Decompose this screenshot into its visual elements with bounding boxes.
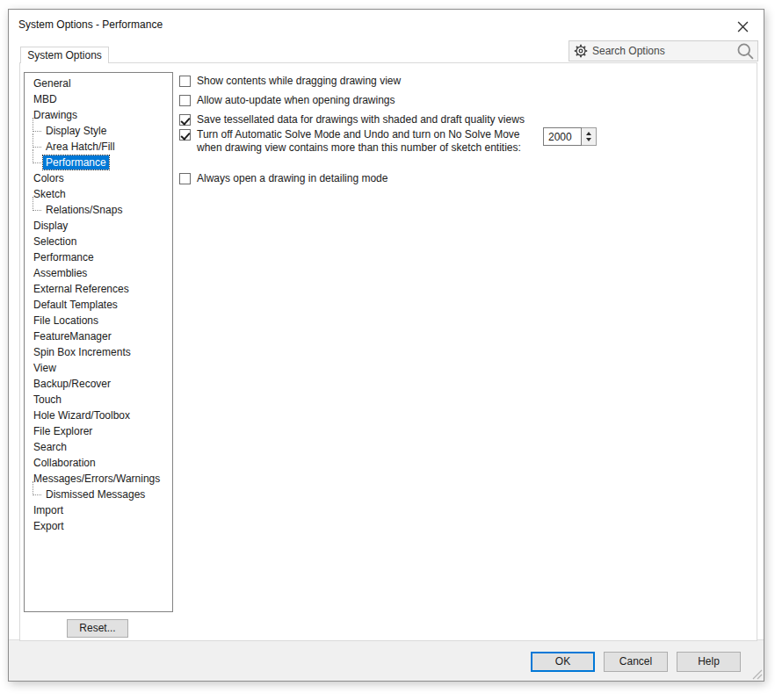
option-row: Always open a drawing in detailing mode: [179, 172, 671, 185]
tab-system-options[interactable]: System Options: [20, 47, 109, 63]
tree-item-label: Colors: [31, 171, 67, 185]
tree-branch-line: [33, 118, 41, 132]
option-label-line2: when drawing view contains more than thi…: [197, 141, 521, 155]
tree-branch-line: [33, 197, 41, 211]
tree-item-dismissed-messages[interactable]: Dismissed Messages: [25, 487, 172, 502]
tree-item-file-explorer[interactable]: File Explorer: [25, 423, 172, 439]
tree-item-file-locations[interactable]: File Locations: [25, 313, 172, 328]
tree-item-label: View: [31, 361, 59, 375]
tree-item-label: FeatureManager: [31, 329, 114, 343]
tree-item-label: Export: [31, 519, 67, 533]
spin-down-icon[interactable]: [582, 137, 596, 146]
gear-icon: [574, 44, 588, 58]
tree-branch-line: [33, 481, 41, 495]
tree-item-general[interactable]: General: [25, 76, 172, 91]
reset-button[interactable]: Reset...: [67, 619, 128, 638]
tree-item-display-style[interactable]: Display Style: [25, 123, 172, 139]
tree-item-label: Area Hatch/Fill: [43, 140, 118, 154]
tree-item-label: General: [31, 76, 74, 90]
checkbox-checked[interactable]: [179, 129, 191, 141]
tree-item-performance[interactable]: Performance: [25, 155, 172, 170]
option-label[interactable]: Show contents while dragging drawing vie…: [197, 75, 401, 88]
tree-item-label: Messages/Errors/Warnings: [31, 472, 163, 486]
checkbox-checked[interactable]: [179, 114, 191, 126]
tree-item-label: External References: [31, 282, 132, 296]
tree-item-backup-recover[interactable]: Backup/Recover: [25, 376, 172, 392]
checkbox-unchecked[interactable]: [179, 173, 191, 184]
tree-item-search[interactable]: Search: [25, 439, 172, 455]
options-tree: GeneralMBDDrawingsDisplay StyleArea Hatc…: [24, 72, 173, 612]
dialog-title: System Options - Performance: [18, 18, 163, 31]
option-label[interactable]: Allow auto-update when opening drawings: [197, 94, 395, 107]
tree-branch-line: [33, 134, 41, 148]
tree-item-label: Default Templates: [31, 298, 120, 312]
tree-item-hole-wizard-toolbox[interactable]: Hole Wizard/Toolbox: [25, 408, 172, 423]
tree-item-import[interactable]: Import: [25, 502, 172, 518]
option-row: Allow auto-update when opening drawings: [179, 94, 671, 107]
tree-item-external-references[interactable]: External References: [25, 281, 172, 297]
close-button[interactable]: [730, 15, 755, 38]
tree-item-touch[interactable]: Touch: [25, 392, 172, 408]
tree-item-label: Collaboration: [31, 456, 98, 470]
tree-item-drawings[interactable]: Drawings: [25, 107, 172, 123]
close-icon: [737, 21, 749, 32]
tree-item-label: Performance: [31, 250, 97, 264]
checkbox-unchecked[interactable]: [179, 76, 191, 87]
tree-item-label: File Explorer: [31, 424, 95, 438]
tree-item-spin-box-increments[interactable]: Spin Box Increments: [25, 344, 172, 360]
search-options-input[interactable]: Search Options: [569, 40, 758, 61]
option-label[interactable]: Always open a drawing in detailing mode: [197, 172, 388, 185]
tree-item-mbd[interactable]: MBD: [25, 91, 172, 107]
option-label[interactable]: Turn off Automatic Solve Mode and Undo a…: [197, 128, 521, 155]
search-icon[interactable]: [736, 42, 755, 61]
tree-item-colors[interactable]: Colors: [25, 170, 172, 186]
tree-item-label: Dismissed Messages: [43, 487, 148, 502]
tree-item-label-selected: Performance: [43, 155, 109, 170]
tree-item-export[interactable]: Export: [25, 518, 172, 534]
tree-item-label: Import: [31, 503, 66, 517]
help-button[interactable]: Help: [677, 652, 741, 672]
option-label[interactable]: Save tessellated data for drawings with …: [197, 113, 525, 126]
tree-item-performance[interactable]: Performance: [25, 249, 172, 265]
ok-button[interactable]: OK: [531, 652, 595, 672]
tree-item-relations-snaps[interactable]: Relations/Snaps: [25, 202, 172, 218]
tree-item-label: Display: [31, 219, 70, 233]
sketch-entities-input[interactable]: 2000: [543, 127, 582, 146]
spinner-buttons: [582, 127, 597, 146]
spin-up-icon[interactable]: [582, 128, 596, 137]
tree-item-label: Backup/Recover: [31, 377, 113, 391]
performance-options: Show contents while dragging drawing vie…: [179, 75, 671, 338]
tree-item-sketch[interactable]: Sketch: [25, 186, 172, 202]
tree-item-label: Assemblies: [31, 266, 90, 280]
cancel-button[interactable]: Cancel: [604, 652, 668, 672]
tree-item-selection[interactable]: Selection: [25, 234, 172, 249]
option-row: Turn off Automatic Solve Mode and Undo a…: [179, 128, 671, 155]
tree-item-messages-errors-warnings[interactable]: Messages/Errors/Warnings: [25, 471, 172, 487]
tree-item-label: Hole Wizard/Toolbox: [31, 408, 133, 422]
tree-branch-line: [33, 149, 41, 163]
tree-item-label: Selection: [31, 235, 79, 249]
option-row: Show contents while dragging drawing vie…: [179, 75, 671, 88]
tree-item-label: MBD: [31, 92, 60, 106]
resize-grip[interactable]: [750, 667, 763, 680]
tree-item-label: Search: [31, 440, 69, 454]
search-placeholder: Search Options: [592, 45, 732, 57]
tree-item-label: Spin Box Increments: [31, 345, 134, 359]
checkbox-unchecked[interactable]: [179, 95, 191, 106]
tree-item-area-hatch-fill[interactable]: Area Hatch/Fill: [25, 139, 172, 155]
system-options-dialog: System Options - Performance System Opti…: [8, 9, 764, 682]
tree-item-featuremanager[interactable]: FeatureManager: [25, 328, 172, 344]
tree-item-collaboration[interactable]: Collaboration: [25, 455, 172, 471]
tree-item-label: Display Style: [43, 124, 109, 138]
tree-item-view[interactable]: View: [25, 360, 172, 376]
tree-item-display[interactable]: Display: [25, 218, 172, 234]
tree-item-assemblies[interactable]: Assemblies: [25, 265, 172, 281]
sketch-entities-spinbox: 2000: [543, 127, 597, 146]
option-row: Save tessellated data for drawings with …: [179, 113, 671, 126]
tree-item-label: Touch: [31, 393, 64, 407]
tree-item-label: Relations/Snaps: [43, 203, 125, 217]
tree-item-default-templates[interactable]: Default Templates: [25, 297, 172, 313]
tree-item-label: File Locations: [31, 314, 101, 328]
